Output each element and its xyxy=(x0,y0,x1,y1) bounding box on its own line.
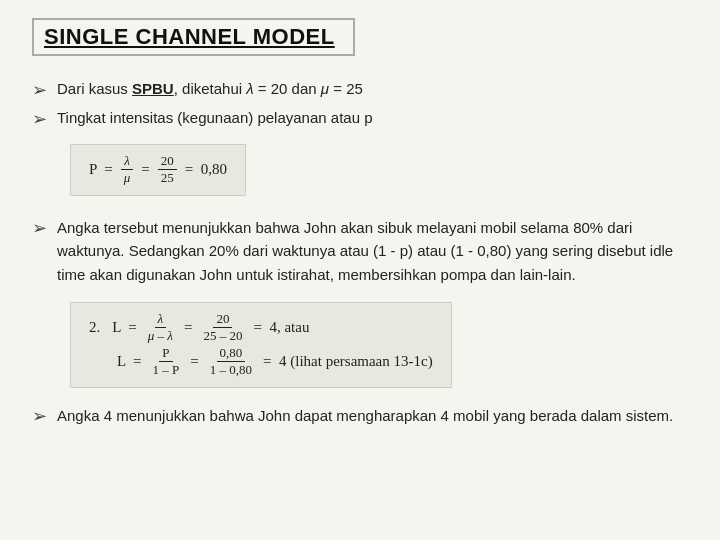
formula-eq2a: = xyxy=(184,319,192,336)
frac-num-20: 20 xyxy=(158,153,177,170)
bullet-arrow-3: ➢ xyxy=(32,217,47,239)
frac-p-1-p: P 1 – P xyxy=(150,345,183,377)
bullet-text-2: Tingkat intensitas (kegunaan) pelayanan … xyxy=(57,107,373,130)
bullet-item-1: ➢ Dari kasus SPBU, diketahui λ = 20 dan … xyxy=(32,78,688,101)
formula-num-label: 2. xyxy=(89,319,100,336)
bullet-item-3: ➢ Angka tersebut menunjukkan bahwa John … xyxy=(32,216,688,286)
frac-lambda-mu: λ μ xyxy=(121,153,134,185)
bullet-arrow-4: ➢ xyxy=(32,405,47,427)
page-title: SINGLE CHANNEL MODEL xyxy=(44,24,335,50)
frac-lambda-mu-lambda: λ μ – λ xyxy=(145,311,176,343)
formula-1: P = λ μ = 20 25 = 0,80 xyxy=(70,144,246,196)
frac-den-mu: μ xyxy=(121,170,134,186)
formula-result-2a: = 4, atau xyxy=(253,319,309,336)
frac-den-mu-lam: μ – λ xyxy=(145,328,176,344)
frac-num-p: P xyxy=(159,345,172,362)
frac-den-25: 25 xyxy=(158,170,177,186)
bullet-arrow-1: ➢ xyxy=(32,79,47,101)
formula-result-2b: = 4 (lihat persamaan 13-1c) xyxy=(263,353,433,370)
bullet-arrow-2: ➢ xyxy=(32,108,47,130)
formula-eq1: = xyxy=(141,161,149,178)
formula-l-label-2: L = xyxy=(117,353,142,370)
frac-080-1-080: 0,80 1 – 0,80 xyxy=(207,345,255,377)
formula-l-label-1: L = xyxy=(112,319,137,336)
frac-20-25-20: 20 25 – 20 xyxy=(200,311,245,343)
bullet-text-1: Dari kasus SPBU, diketahui λ = 20 dan μ … xyxy=(57,78,363,101)
frac-num-080: 0,80 xyxy=(217,345,246,362)
frac-num-lam: λ xyxy=(155,311,167,328)
formula-eq2b: = xyxy=(190,353,198,370)
frac-num-lambda: λ xyxy=(121,153,133,170)
frac-den-1-080: 1 – 0,80 xyxy=(207,362,255,378)
spbu-label: SPBU xyxy=(132,80,174,97)
frac-den-25-20: 25 – 20 xyxy=(200,328,245,344)
formula-result-1: = 0,80 xyxy=(185,161,227,178)
formula-row-2a: 2. L = λ μ – λ = 20 25 – 20 = 4, atau xyxy=(89,311,433,343)
formula-2: 2. L = λ μ – λ = 20 25 – 20 = 4, atau L … xyxy=(70,302,452,388)
frac-20-25: 20 25 xyxy=(158,153,177,185)
bullet-item-2: ➢ Tingkat intensitas (kegunaan) pelayana… xyxy=(32,107,688,130)
bullet-text-4: Angka 4 menunjukkan bahwa John dapat men… xyxy=(57,404,673,427)
formula-row-1: P = λ μ = 20 25 = 0,80 xyxy=(89,153,227,185)
formula-p-label: P = xyxy=(89,161,113,178)
title-bar: SINGLE CHANNEL MODEL xyxy=(32,18,355,56)
page: SINGLE CHANNEL MODEL ➢ Dari kasus SPBU, … xyxy=(0,0,720,540)
formula-row-2b: L = P 1 – P = 0,80 1 – 0,80 = 4 (lihat p… xyxy=(117,345,433,377)
frac-den-1-p: 1 – P xyxy=(150,362,183,378)
bullet-text-3: Angka tersebut menunjukkan bahwa John ak… xyxy=(57,216,688,286)
frac-num-20b: 20 xyxy=(213,311,232,328)
bullet-item-4: ➢ Angka 4 menunjukkan bahwa John dapat m… xyxy=(32,404,688,427)
